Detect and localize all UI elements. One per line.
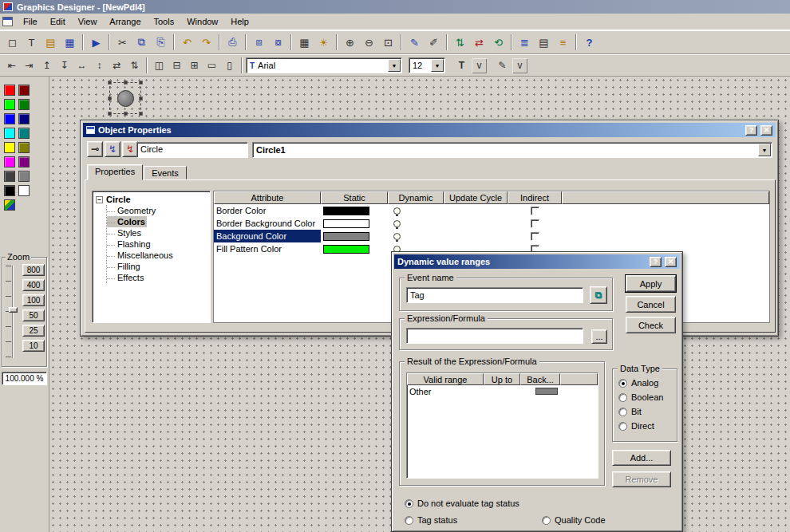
line-style-button[interactable]: ✎	[494, 57, 511, 74]
radio-icon[interactable]	[618, 379, 627, 388]
run-button[interactable]: ▶	[87, 33, 105, 52]
bulb-icon[interactable]	[393, 207, 401, 215]
height-tool-button[interactable]: ▯	[221, 57, 238, 74]
menu-tools[interactable]: Tools	[148, 15, 180, 28]
object-name-combo[interactable]: Circle1 ▼	[252, 142, 772, 158]
zoom-800-button[interactable]: 800	[22, 264, 45, 276]
col-indirect[interactable]: Indirect	[508, 191, 562, 204]
zoom-50-button[interactable]: 50	[22, 309, 45, 321]
static-color-swatch[interactable]	[323, 207, 369, 215]
save-button[interactable]: ▦	[61, 33, 79, 52]
radio-quality-code[interactable]: Quality Code	[542, 515, 606, 525]
zoom-25-button[interactable]: 25	[22, 325, 45, 337]
range-color-swatch[interactable]	[535, 388, 558, 395]
font-size-combo[interactable]: 12 ▼	[409, 57, 445, 73]
radio-icon[interactable]	[618, 408, 627, 416]
attribute-cell[interactable]: Fill Pattern Color	[214, 242, 321, 255]
resize-handle[interactable]	[139, 81, 143, 85]
library-button[interactable]: ≣	[515, 33, 534, 52]
col-dynamic[interactable]: Dynamic	[388, 191, 444, 204]
static-color-swatch[interactable]	[323, 219, 369, 228]
col-back[interactable]: Back...	[520, 373, 560, 385]
tab-events[interactable]: Events	[144, 166, 187, 179]
center-horizontal-button[interactable]: ↔	[73, 57, 90, 74]
palette-swatch[interactable]	[18, 99, 30, 110]
grid-button[interactable]: ▦	[295, 33, 314, 52]
undo-button[interactable]: ↶	[178, 33, 196, 52]
resize-handle[interactable]	[124, 81, 128, 85]
palette-swatch[interactable]	[18, 85, 30, 96]
palette-swatch[interactable]	[4, 99, 15, 110]
menu-edit[interactable]: Edit	[45, 15, 71, 28]
apply-button[interactable]: Apply	[626, 275, 676, 292]
same-width-button[interactable]: ◫	[151, 57, 168, 74]
rotate-button[interactable]: ⟲	[489, 33, 508, 52]
collapse-icon[interactable]: −	[96, 196, 103, 203]
tree-item-colors[interactable]: Colors	[107, 216, 147, 227]
tree-item-flashing[interactable]: Flashing	[107, 238, 152, 250]
indirect-checkbox[interactable]	[531, 207, 539, 215]
palette-swatch[interactable]	[18, 156, 30, 167]
indirect-checkbox[interactable]	[531, 219, 539, 228]
palette-swatch[interactable]	[18, 128, 30, 139]
tree-item-effects[interactable]: Effects	[107, 272, 145, 283]
palette-swatch[interactable]	[4, 171, 15, 182]
font-family-combo[interactable]: T Arial ▼	[246, 57, 402, 73]
zoom-400-button[interactable]: 400	[22, 279, 45, 291]
radio-direct[interactable]: Direct	[618, 421, 654, 431]
same-size-button[interactable]: ⊞	[186, 57, 203, 74]
check-button[interactable]: Check	[626, 317, 676, 333]
align-bottom-button[interactable]: ↧	[56, 57, 73, 74]
col-static[interactable]: Static	[321, 191, 388, 204]
dynamic-dialog-icon[interactable]: ↯	[122, 141, 138, 157]
palette-swatch[interactable]	[4, 142, 15, 153]
pen-alt-button[interactable]: ✐	[425, 33, 443, 52]
table-row[interactable]: Border Color	[214, 204, 769, 217]
resize-handle[interactable]	[124, 112, 128, 116]
radio-icon[interactable]	[405, 499, 413, 508]
radio-icon[interactable]	[405, 516, 413, 525]
distribute-horizontal-button[interactable]: ⇄	[109, 57, 125, 74]
brightness-button[interactable]: ☀	[314, 33, 333, 52]
zoom-in-button[interactable]: ⊕	[341, 33, 359, 52]
close-button[interactable]: ✕	[665, 257, 677, 267]
chevron-down-icon[interactable]: ▼	[388, 59, 401, 72]
copy-button[interactable]: ⧉	[132, 33, 151, 52]
bulb-icon[interactable]	[393, 233, 401, 240]
zoom-window-button[interactable]: ⊡	[379, 33, 397, 52]
tag-browse-button[interactable]: ⧉	[590, 286, 607, 304]
menu-arrange[interactable]: Arrange	[104, 15, 146, 28]
line-style-dropdown-button[interactable]: v	[512, 57, 528, 74]
radio-icon[interactable]	[618, 422, 627, 431]
center-vertical-button[interactable]: ↕	[91, 57, 108, 74]
circle-object[interactable]	[117, 90, 134, 107]
resize-handle[interactable]	[139, 112, 143, 116]
resize-handle[interactable]	[108, 81, 112, 85]
chevron-down-icon[interactable]: ▼	[758, 144, 771, 156]
tree-item-geometry[interactable]: Geometry	[107, 205, 157, 216]
radio-bit[interactable]: Bit	[618, 407, 642, 416]
palette-swatch[interactable]	[4, 113, 15, 124]
flip-horizontal-button[interactable]: ⇄	[470, 33, 488, 52]
radio-do-not-evaluate-tag-status[interactable]: Do not evaluate tag status	[405, 499, 519, 508]
table-row-selected[interactable]: Background Color	[214, 230, 769, 242]
cut-button[interactable]: ✂	[113, 33, 132, 52]
palette-swatch[interactable]	[4, 85, 15, 96]
tree-root-circle[interactable]: − Circle	[94, 194, 208, 205]
tree-item-miscellaneous[interactable]: Miscellaneous	[107, 250, 175, 261]
align-top-button[interactable]: ↥	[38, 57, 55, 74]
custom-color-icon[interactable]	[4, 199, 15, 211]
range-cell[interactable]: Other	[407, 385, 484, 397]
text-button[interactable]: T	[22, 33, 41, 52]
static-color-swatch[interactable]	[323, 245, 369, 254]
paste-button[interactable]: ⎘	[152, 33, 170, 52]
tree-item-filling[interactable]: Filling	[107, 261, 142, 272]
export-button[interactable]: ⧈	[250, 33, 268, 52]
font-color-button[interactable]: T	[453, 57, 470, 74]
import-button[interactable]: ⧇	[269, 33, 287, 52]
zoom-out-button[interactable]: ⊖	[360, 33, 378, 52]
palette-swatch[interactable]	[18, 142, 30, 153]
event-name-input[interactable]	[406, 287, 583, 303]
cancel-button[interactable]: Cancel	[626, 296, 676, 313]
menu-help[interactable]: Help	[225, 15, 255, 28]
